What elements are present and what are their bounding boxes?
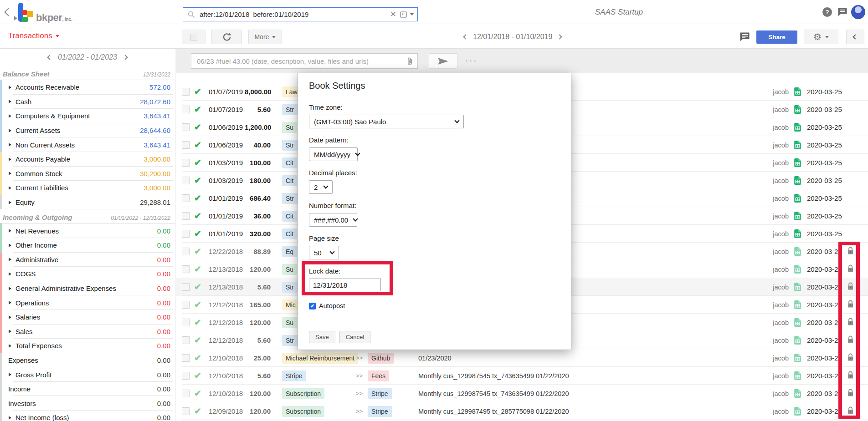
from-account-tag[interactable]: Stripe xyxy=(282,370,306,381)
row-checkbox[interactable] xyxy=(182,88,190,96)
expand-arrow-icon[interactable] xyxy=(9,129,11,132)
from-account-tag[interactable]: Str xyxy=(282,193,298,204)
account-row[interactable]: Computers & Equipment 3,643.41 xyxy=(0,109,175,123)
spreadsheet-icon[interactable] xyxy=(794,158,801,167)
collapse-panel-button[interactable] xyxy=(846,30,864,44)
to-account-tag[interactable]: Stripe xyxy=(368,406,392,417)
spreadsheet-icon[interactable] xyxy=(794,105,801,114)
refresh-button[interactable] xyxy=(211,30,242,44)
row-checkbox[interactable] xyxy=(182,354,190,362)
share-button[interactable]: Share xyxy=(756,30,797,44)
expand-arrow-icon[interactable] xyxy=(9,301,11,304)
expand-arrow-icon[interactable] xyxy=(9,373,11,376)
spreadsheet-icon[interactable] xyxy=(794,318,801,327)
user-avatar[interactable] xyxy=(851,5,865,19)
row-checkbox[interactable] xyxy=(182,194,190,202)
account-row[interactable]: Expenses 0.00 xyxy=(0,353,175,368)
account-row[interactable]: Gross Profit 0.00 xyxy=(0,367,175,382)
attachment-paperclip-icon[interactable] xyxy=(407,57,413,66)
expand-arrow-icon[interactable] xyxy=(9,114,11,118)
row-checkbox[interactable] xyxy=(182,390,190,397)
expand-arrow-icon[interactable] xyxy=(9,186,11,190)
search-dropdown-icon[interactable] xyxy=(410,13,414,15)
row-checkbox[interactable] xyxy=(182,336,190,344)
calendar-icon[interactable] xyxy=(400,11,407,18)
next-period-icon[interactable] xyxy=(557,34,562,39)
expand-arrow-icon[interactable] xyxy=(9,344,11,348)
transaction-row[interactable]: ✔ 12/10/2018 120.00 Subscription >> Stri… xyxy=(176,385,868,402)
account-row[interactable]: Current Assets 28,644.60 xyxy=(0,123,175,138)
back-icon[interactable] xyxy=(4,8,12,16)
row-checkbox[interactable] xyxy=(182,212,190,220)
row-checkbox[interactable] xyxy=(182,283,190,291)
account-row[interactable]: Income 0.00 xyxy=(0,382,175,396)
cancel-button[interactable]: Cancel xyxy=(339,331,370,343)
expand-arrow-icon[interactable] xyxy=(9,172,11,175)
spreadsheet-icon[interactable] xyxy=(794,229,801,238)
settings-button[interactable]: ⚙ xyxy=(804,30,838,44)
help-icon[interactable]: ? xyxy=(822,7,832,17)
spreadsheet-icon[interactable] xyxy=(794,389,801,398)
account-row[interactable]: Salaries 0.00 xyxy=(0,310,175,325)
from-account-tag[interactable]: Cit xyxy=(282,228,297,239)
row-checkbox[interactable] xyxy=(182,301,190,309)
spreadsheet-icon[interactable] xyxy=(794,371,801,380)
from-account-tag[interactable]: Su xyxy=(282,317,297,328)
search-input[interactable]: after:12/01/2018 before:01/10/2019 ✕ xyxy=(183,7,418,21)
account-row[interactable]: Other Income 0.00 xyxy=(0,238,175,253)
account-row[interactable]: Accounts Receivable 572.00 xyxy=(0,80,175,95)
from-account-tag[interactable]: Michael Reimbursement xyxy=(282,353,358,364)
expand-arrow-icon[interactable] xyxy=(9,416,11,420)
spreadsheet-icon[interactable] xyxy=(794,141,801,149)
row-checkbox[interactable] xyxy=(182,319,190,326)
expand-arrow-icon[interactable] xyxy=(9,272,11,276)
previous-period-icon[interactable] xyxy=(47,55,52,60)
spreadsheet-icon[interactable] xyxy=(794,247,801,256)
expand-arrow-icon[interactable] xyxy=(9,229,11,233)
row-checkbox[interactable] xyxy=(182,123,190,131)
expand-arrow-icon[interactable] xyxy=(9,243,11,247)
from-account-tag[interactable]: Str xyxy=(282,335,298,346)
transaction-row[interactable]: ✔ 12/09/2018 120.00 Subscription >> Stri… xyxy=(176,402,868,420)
account-row[interactable]: Administrative 0.00 xyxy=(0,253,175,267)
clear-search-icon[interactable]: ✕ xyxy=(390,10,396,19)
spreadsheet-icon[interactable] xyxy=(794,212,801,220)
row-checkbox[interactable] xyxy=(182,230,190,238)
select-all-button[interactable] xyxy=(182,30,205,44)
decimal-places-select[interactable]: 2 xyxy=(309,180,333,194)
account-row[interactable]: Equity 29,288.01 xyxy=(0,195,175,210)
spreadsheet-icon[interactable] xyxy=(794,265,801,274)
account-row[interactable]: Operations 0.00 xyxy=(0,295,175,310)
row-checkbox[interactable] xyxy=(182,265,190,273)
row-checkbox[interactable] xyxy=(182,106,190,113)
to-account-tag[interactable]: Fees xyxy=(368,370,389,381)
account-row[interactable]: Accounts Payable 3,000.00 xyxy=(0,152,175,167)
expand-arrow-icon[interactable] xyxy=(9,143,11,147)
expand-arrow-icon[interactable] xyxy=(9,258,11,261)
comments-icon[interactable] xyxy=(740,32,750,43)
from-account-tag[interactable]: Str xyxy=(282,140,298,151)
spreadsheet-icon[interactable] xyxy=(794,336,801,345)
spreadsheet-icon[interactable] xyxy=(794,123,801,132)
autopost-checkbox[interactable]: ✔ xyxy=(309,303,316,309)
expand-arrow-icon[interactable] xyxy=(9,157,11,161)
spreadsheet-icon[interactable] xyxy=(794,300,801,309)
transaction-row[interactable]: ✔ 12/10/2018 5.60 Stripe >> Fees Monthly… xyxy=(176,367,868,385)
row-checkbox[interactable] xyxy=(182,177,190,184)
from-account-tag[interactable]: Str xyxy=(282,104,298,115)
transactions-menu[interactable]: Transactions xyxy=(8,31,59,41)
account-row[interactable]: Common Stock 30,200.00 xyxy=(0,167,175,181)
spreadsheet-icon[interactable] xyxy=(794,407,801,416)
row-checkbox[interactable] xyxy=(182,248,190,255)
transaction-row[interactable]: ✔ 12/10/2018 25.00 Michael Reimbursement… xyxy=(176,349,868,367)
expand-arrow-icon[interactable] xyxy=(9,330,11,333)
timezone-select[interactable]: (GMT-03:00) Sao Paulo xyxy=(309,115,464,128)
spreadsheet-icon[interactable] xyxy=(794,283,801,291)
row-checkbox[interactable] xyxy=(182,141,190,149)
next-period-icon[interactable] xyxy=(123,55,128,60)
spreadsheet-icon[interactable] xyxy=(794,354,801,362)
account-row[interactable]: Current Liabilities 3,000.00 xyxy=(0,181,175,195)
expand-arrow-icon[interactable] xyxy=(9,100,11,103)
lock-date-input[interactable] xyxy=(309,279,381,291)
from-account-tag[interactable]: Str xyxy=(282,282,298,293)
